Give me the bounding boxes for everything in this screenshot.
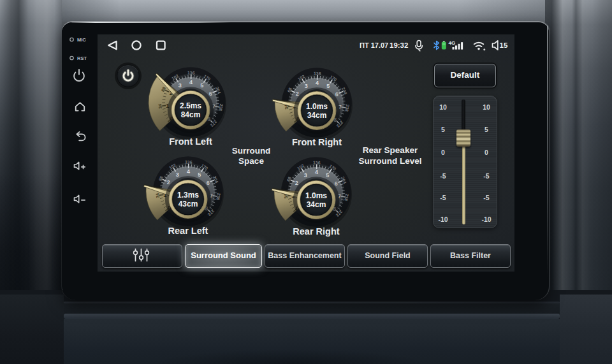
svg-text:4: 4 xyxy=(315,169,318,175)
svg-text:15: 15 xyxy=(500,41,508,49)
svg-text:43cm: 43cm xyxy=(178,200,198,208)
svg-text:2: 2 xyxy=(167,179,170,186)
svg-text:136: 136 xyxy=(187,71,195,75)
svg-text:1.3ms: 1.3ms xyxy=(177,191,199,200)
svg-text:3: 3 xyxy=(178,82,182,89)
svg-text:MIC: MIC xyxy=(77,37,86,43)
svg-text:3: 3 xyxy=(304,172,307,178)
svg-text:RST: RST xyxy=(77,55,87,61)
svg-text:136: 136 xyxy=(314,71,321,76)
svg-text:6: 6 xyxy=(335,91,339,98)
svg-text:6: 6 xyxy=(207,180,210,186)
svg-text:4G: 4G xyxy=(449,40,456,46)
svg-text:34: 34 xyxy=(155,193,160,198)
svg-text:ПТ 17.07: ПТ 17.07 xyxy=(360,41,388,49)
svg-text:Rear Speaker: Rear Speaker xyxy=(363,145,418,155)
svg-text:136: 136 xyxy=(313,161,321,165)
svg-text:2: 2 xyxy=(295,180,298,186)
svg-text:34cm: 34cm xyxy=(307,200,326,209)
svg-text:19:32: 19:32 xyxy=(390,41,408,49)
svg-text:Rear Left: Rear Left xyxy=(168,226,208,236)
svg-text:3: 3 xyxy=(305,83,308,89)
svg-text:Surround: Surround xyxy=(232,146,271,156)
svg-text:4: 4 xyxy=(189,79,193,85)
svg-text:3: 3 xyxy=(176,171,179,178)
svg-text:6: 6 xyxy=(209,91,212,97)
svg-text:34: 34 xyxy=(157,103,163,109)
svg-text:4: 4 xyxy=(316,80,319,86)
svg-text:Front Left: Front Left xyxy=(169,136,212,147)
svg-text:2: 2 xyxy=(296,91,299,97)
svg-text:6: 6 xyxy=(335,180,338,187)
svg-text:1.0ms: 1.0ms xyxy=(305,191,327,200)
svg-text:5: 5 xyxy=(198,171,201,178)
svg-text:4: 4 xyxy=(187,168,190,175)
svg-text:84cm: 84cm xyxy=(181,110,201,119)
svg-text:34cm: 34cm xyxy=(307,111,327,120)
svg-text:5: 5 xyxy=(326,83,330,89)
svg-text:5: 5 xyxy=(200,82,203,89)
svg-text:5: 5 xyxy=(326,172,329,178)
svg-text:2.5ms: 2.5ms xyxy=(180,101,201,110)
svg-text:Front Right: Front Right xyxy=(292,137,342,147)
svg-text:Surround Level: Surround Level xyxy=(358,156,421,166)
svg-text:Space: Space xyxy=(238,156,264,166)
svg-text:Rear Right: Rear Right xyxy=(293,226,339,237)
svg-text:136: 136 xyxy=(185,160,193,164)
svg-text:1.0ms: 1.0ms xyxy=(306,102,328,111)
